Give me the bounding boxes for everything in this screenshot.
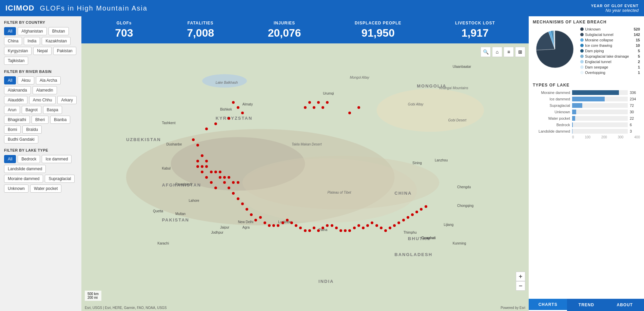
legend-label: Moraine collapse	[585, 38, 635, 42]
pie-legend: Unknown 520 Subglacial tunnel 142 Morain…	[580, 27, 640, 76]
lake-tag-all[interactable]: All	[4, 155, 16, 163]
glof-dot	[192, 138, 195, 141]
country-tag-kyrgyzstan[interactable]: Kyrgyzstan	[4, 47, 32, 55]
legend-label: Dam seepage	[585, 65, 637, 69]
attribution: Esri, USGS | Esri, HERE, Garmin, FAO, NO…	[85, 306, 167, 310]
stat-value: 1,917	[455, 27, 495, 39]
glof-dot	[384, 229, 387, 232]
country-tag-bhutan[interactable]: Bhutan	[48, 27, 69, 35]
glof-dot	[326, 101, 329, 104]
zoom-controls[interactable]: + −	[516, 272, 525, 291]
river-tag-bomi[interactable]: Bomi	[4, 125, 21, 134]
bar-track	[572, 116, 628, 121]
lake-tag-supraglacial[interactable]: Supraglacial	[45, 175, 75, 183]
legend-dot	[580, 65, 584, 69]
scale-bar: 500 km 200 mi	[85, 291, 101, 301]
panel-tab-about[interactable]: ABOUT	[606, 299, 644, 311]
mechanisms-section: MECHANISMS OF LAKE BREACH Unknown 520 Su…	[529, 16, 644, 79]
panel-tab-charts[interactable]: CHARTS	[529, 299, 567, 311]
bar-fill	[572, 97, 605, 101]
country-tag-kazakhstan[interactable]: Kazakhstan	[42, 37, 71, 45]
grid-map-button[interactable]: ⊞	[515, 47, 525, 57]
map-background: MONGOLIACHINAPAKISTANAFGHANISTANUZBEKIST…	[81, 43, 529, 311]
glof-dot	[219, 176, 221, 179]
bar-track	[572, 110, 628, 114]
lake-tag-water-pocket[interactable]: Water pocket	[30, 184, 61, 193]
river-tag-bhagirathi[interactable]: Bhagirathi	[4, 116, 30, 124]
legend-value: 5	[638, 54, 640, 58]
legend-item-overtopping: Overtopping 1	[580, 71, 640, 75]
lake-tag-landslide-dammed[interactable]: Landslide dammed	[4, 165, 46, 173]
river-tag-bagrot[interactable]: Bagrot	[22, 106, 41, 114]
stat-item-displaced-people: DISPLACED PEOPLE 91,950	[355, 21, 401, 39]
glof-dot	[299, 227, 302, 229]
zoom-out-button[interactable]: −	[516, 281, 525, 291]
river-tag-braldu[interactable]: Braldu	[22, 125, 42, 134]
app-header: ICIMOD GLOFs in High Mountain Asia YEAR …	[0, 0, 644, 16]
river-tag-baspa[interactable]: Baspa	[43, 106, 62, 114]
glof-dot	[295, 224, 297, 227]
country-tag-pakistan[interactable]: Pakistan	[53, 47, 76, 55]
lake-tag-ice-dammed[interactable]: Ice dammed	[42, 155, 72, 163]
country-tag-china[interactable]: China	[4, 37, 22, 45]
home-map-button[interactable]: ⌂	[492, 47, 502, 57]
right-panel: MECHANISMS OF LAKE BREACH Unknown 520 Su…	[529, 16, 644, 311]
bar-value: 22	[630, 116, 640, 120]
bar-row-bedrock: Bedrock 6	[533, 122, 640, 127]
legend-item-supraglacial-lake-drainage: Supraglacial lake drainage 5	[580, 54, 640, 58]
bar-label: Landslide dammed	[533, 129, 570, 133]
list-map-button[interactable]: ≡	[504, 47, 514, 57]
river-tag-all[interactable]: All	[4, 76, 16, 84]
glof-dot	[407, 216, 409, 219]
river-tag-arkary[interactable]: Arkary	[57, 96, 77, 104]
glof-dot	[214, 122, 217, 125]
river-tag-bianba[interactable]: Bianba	[50, 116, 70, 124]
legend-label: Ice core thawing	[585, 43, 635, 47]
stat-label: FATALITIES	[187, 21, 214, 25]
search-map-button[interactable]: 🔍	[481, 47, 491, 57]
bar-track	[572, 129, 628, 134]
river-tag-alamedin[interactable]: Alamedin	[33, 86, 57, 94]
glof-dot	[254, 219, 257, 221]
glof-dot	[272, 224, 275, 227]
pie-container: Unknown 520 Subglacial tunnel 142 Morain…	[533, 27, 640, 76]
stat-value: 91,950	[355, 27, 401, 39]
river-basin-tags: AllAksuAla ArchaAlaknandaAlamedinAlauddi…	[4, 76, 77, 143]
panel-tabs[interactable]: CHARTSTRENDABOUT	[529, 299, 644, 311]
bar-label: Unknown	[533, 110, 570, 114]
river-tag-budhi-gandaki[interactable]: Budhi Gandaki	[4, 135, 38, 143]
glof-dot	[232, 101, 235, 104]
panel-tab-trend[interactable]: TREND	[567, 299, 605, 311]
country-tag-afghanistan[interactable]: Afghanistan	[18, 27, 46, 35]
country-tag-all[interactable]: All	[4, 27, 16, 35]
glof-dot	[366, 224, 369, 227]
river-tag-bheri[interactable]: Bheri	[32, 116, 48, 124]
bar-row-supraglacial: Supraglacial 72	[533, 103, 640, 108]
river-tag-alauddin[interactable]: Alauddin	[4, 96, 27, 104]
river-tag-arun[interactable]: Arun	[4, 106, 20, 114]
country-tag-tajikistan[interactable]: Tajikistan	[4, 57, 28, 65]
zoom-in-button[interactable]: +	[516, 272, 525, 281]
glof-dot	[259, 216, 262, 219]
bar-row-moraine-dammed: Moraine dammed 336	[533, 90, 640, 95]
bar-track	[572, 103, 628, 108]
map-container[interactable]: MONGOLIACHINAPAKISTANAFGHANISTANUZBEKIST…	[81, 43, 529, 311]
river-tag-amo-chhu[interactable]: Amo Chhu	[29, 96, 56, 104]
river-tag-aksu[interactable]: Aksu	[18, 76, 34, 84]
river-tag-ala-archa[interactable]: Ala Archa	[36, 76, 61, 84]
legend-value: 520	[634, 27, 640, 31]
legend-dot	[580, 60, 584, 63]
lake-tag-bedrock[interactable]: Bedrock	[18, 155, 40, 163]
glof-dot	[196, 144, 199, 147]
country-tag-nepal[interactable]: Nepal	[33, 47, 51, 55]
map-controls[interactable]: 🔍 ⌂ ≡ ⊞	[481, 47, 525, 57]
country-tag-india[interactable]: India	[24, 37, 40, 45]
header-left: ICIMOD GLOFs in High Mountain Asia	[5, 4, 148, 13]
glof-dot	[210, 181, 213, 184]
glof-dot	[331, 224, 333, 227]
river-tag-alaknanda[interactable]: Alaknanda	[4, 86, 31, 94]
lake-tag-unknown[interactable]: Unknown	[4, 184, 28, 193]
glof-dot	[228, 176, 230, 179]
lake-tag-moraine-dammed[interactable]: Moraine dammed	[4, 175, 43, 183]
glof-dot	[362, 227, 365, 229]
